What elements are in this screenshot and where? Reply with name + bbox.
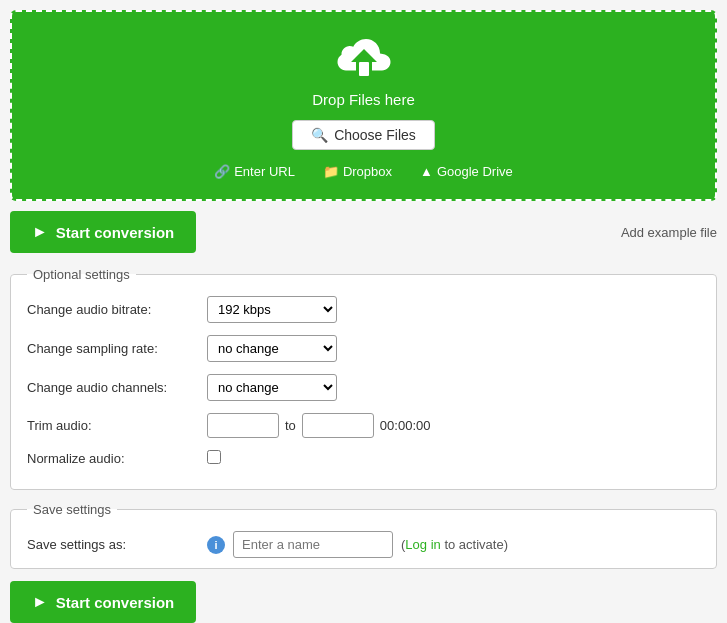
trim-to-text: to (285, 418, 296, 433)
trim-time-text: 00:00:00 (380, 418, 431, 433)
magnify-icon: 🔍 (311, 127, 328, 143)
save-settings-fieldset: Save settings Save settings as: i (Log i… (10, 502, 717, 569)
save-controls: i (Log in to activate) (207, 531, 508, 558)
normalize-control (207, 450, 221, 467)
start-row-top: ► Start conversion Add example file (10, 211, 717, 253)
save-settings-legend: Save settings (27, 502, 117, 517)
drop-zone[interactable]: Drop Files here 🔍 Choose Files 🔗 Enter U… (10, 10, 717, 201)
bitrate-control: 192 kbps 128 kbps 256 kbps 320 kbps 96 k… (207, 296, 337, 323)
google-drive-link[interactable]: ▲ Google Drive (420, 164, 513, 179)
start-conversion-label-top: Start conversion (56, 224, 174, 241)
choose-files-label: Choose Files (334, 127, 416, 143)
start-conversion-button-bottom[interactable]: ► Start conversion (10, 581, 196, 623)
svg-rect-0 (359, 62, 369, 76)
link-icon: 🔗 (214, 164, 230, 179)
drop-text: Drop Files here (28, 91, 699, 108)
start-row-bottom: ► Start conversion (10, 581, 717, 623)
chevron-icon-top: ► (32, 223, 48, 241)
save-settings-label: Save settings as: (27, 537, 207, 552)
normalize-checkbox[interactable] (207, 450, 221, 464)
google-drive-icon: ▲ (420, 164, 433, 179)
bitrate-select[interactable]: 192 kbps 128 kbps 256 kbps 320 kbps 96 k… (207, 296, 337, 323)
upload-icon (337, 36, 391, 83)
trim-from-input[interactable] (207, 413, 279, 438)
dropbox-link[interactable]: 📁 Dropbox (323, 164, 392, 179)
optional-settings-legend: Optional settings (27, 267, 136, 282)
sampling-control: no change 8000 Hz 11025 Hz 22050 Hz 4410… (207, 335, 337, 362)
trim-control: to 00:00:00 (207, 413, 430, 438)
channels-control: no change mono stereo (207, 374, 337, 401)
sampling-select[interactable]: no change 8000 Hz 11025 Hz 22050 Hz 4410… (207, 335, 337, 362)
trim-row: Trim audio: to 00:00:00 (27, 413, 700, 438)
sampling-label: Change sampling rate: (27, 341, 207, 356)
login-note: (Log in to activate) (401, 537, 508, 552)
trim-to-input[interactable] (302, 413, 374, 438)
bitrate-row: Change audio bitrate: 192 kbps 128 kbps … (27, 296, 700, 323)
save-settings-row: Save settings as: i (Log in to activate) (27, 531, 700, 558)
trim-label: Trim audio: (27, 418, 207, 433)
login-link[interactable]: Log in (405, 537, 440, 552)
channels-label: Change audio channels: (27, 380, 207, 395)
optional-settings-fieldset: Optional settings Change audio bitrate: … (10, 267, 717, 490)
add-example-file-link[interactable]: Add example file (621, 225, 717, 240)
start-conversion-label-bottom: Start conversion (56, 594, 174, 611)
channels-row: Change audio channels: no change mono st… (27, 374, 700, 401)
normalize-row: Normalize audio: (27, 450, 700, 467)
dropbox-icon: 📁 (323, 164, 339, 179)
save-name-input[interactable] (233, 531, 393, 558)
normalize-label: Normalize audio: (27, 451, 207, 466)
channels-select[interactable]: no change mono stereo (207, 374, 337, 401)
sampling-row: Change sampling rate: no change 8000 Hz … (27, 335, 700, 362)
choose-files-button[interactable]: 🔍 Choose Files (292, 120, 435, 150)
info-icon[interactable]: i (207, 536, 225, 554)
drop-links: 🔗 Enter URL 📁 Dropbox ▲ Google Drive (28, 164, 699, 179)
start-conversion-button-top[interactable]: ► Start conversion (10, 211, 196, 253)
chevron-icon-bottom: ► (32, 593, 48, 611)
bitrate-label: Change audio bitrate: (27, 302, 207, 317)
enter-url-link[interactable]: 🔗 Enter URL (214, 164, 295, 179)
